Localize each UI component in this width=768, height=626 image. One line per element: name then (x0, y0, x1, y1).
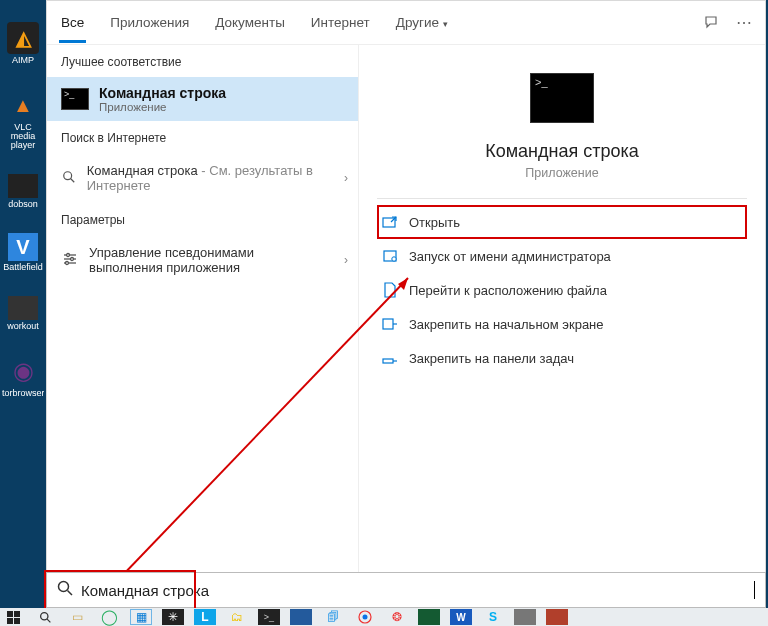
svg-point-18 (59, 582, 69, 592)
taskbar-app[interactable]: ▦ (130, 609, 152, 625)
search-input-text: Командная строка (81, 582, 746, 599)
task-view-button[interactable]: ▭ (66, 609, 88, 625)
best-match-title: Командная строка (99, 85, 226, 101)
file-location-icon (381, 281, 399, 299)
action-pin-start[interactable]: Закрепить на начальном экране (377, 307, 747, 341)
best-match-subtitle: Приложение (99, 101, 226, 113)
svg-line-1 (71, 178, 75, 182)
svg-point-27 (363, 615, 368, 620)
desktop-icon-workout[interactable]: workout (3, 296, 43, 331)
taskbar-app[interactable] (418, 609, 440, 625)
taskbar-app[interactable]: >_ (258, 609, 280, 625)
tab-all[interactable]: Все (59, 3, 86, 42)
cmd-icon (530, 73, 594, 123)
section-best-match: Лучшее соответствие (47, 45, 358, 77)
app-icon: ◉ (7, 355, 39, 387)
svg-rect-21 (14, 611, 20, 617)
svg-point-0 (64, 171, 72, 179)
more-icon[interactable]: ⋯ (735, 14, 753, 32)
search-flyout: Все Приложения Документы Интернет Другие… (46, 0, 766, 580)
taskbar-app[interactable]: W (450, 609, 472, 625)
tab-apps[interactable]: Приложения (108, 3, 191, 42)
svg-point-24 (40, 612, 47, 619)
preview-subtitle: Приложение (525, 166, 598, 180)
desktop-icon-aimp[interactable]: ◭ AIMP (3, 22, 43, 65)
action-open-file-location[interactable]: Перейти к расположению файла (377, 273, 747, 307)
svg-rect-12 (383, 319, 393, 329)
taskbar-search-button[interactable] (34, 609, 56, 625)
action-pin-taskbar[interactable]: Закрепить на панели задач (377, 341, 747, 375)
svg-rect-22 (7, 618, 13, 624)
action-open[interactable]: Открыть (377, 205, 747, 239)
pin-taskbar-icon (381, 349, 399, 367)
svg-point-5 (71, 257, 74, 260)
taskbar: ▭ ◯ ▦ ✳ L 🗂 >_ 🗐 ❂ W S (0, 608, 768, 626)
svg-line-19 (68, 591, 73, 596)
taskbar-app[interactable] (290, 609, 312, 625)
taskbar-app[interactable] (354, 609, 376, 625)
web-result-item[interactable]: Командная строка - См. результаты в Инте… (47, 153, 358, 203)
settings-result-item[interactable]: Управление псевдонимами выполнения прило… (47, 235, 358, 285)
svg-point-7 (66, 261, 69, 264)
pin-start-icon (381, 315, 399, 333)
tab-more[interactable]: Другие ▾ (394, 3, 450, 42)
svg-point-11 (392, 257, 396, 261)
desktop-icon-battlefield[interactable]: V Battlefield (3, 233, 43, 272)
tab-documents[interactable]: Документы (213, 3, 287, 42)
open-icon (381, 213, 399, 231)
search-tabs: Все Приложения Документы Интернет Другие… (47, 1, 765, 45)
best-match-item[interactable]: Командная строка Приложение (47, 77, 358, 121)
chevron-down-icon: ▾ (443, 19, 448, 29)
divider (377, 198, 747, 199)
action-label: Запуск от имени администратора (409, 249, 611, 264)
text-caret (754, 581, 755, 599)
cmd-icon (61, 88, 89, 110)
taskbar-app[interactable]: L (194, 609, 216, 625)
search-icon (61, 170, 77, 187)
taskbar-app[interactable] (546, 609, 568, 625)
app-icon (8, 174, 38, 198)
taskbar-app[interactable]: S (482, 609, 504, 625)
settings-result-label: Управление псевдонимами выполнения прило… (89, 245, 319, 275)
action-label: Закрепить на начальном экране (409, 317, 604, 332)
svg-rect-20 (7, 611, 13, 617)
action-label: Перейти к расположению файла (409, 283, 607, 298)
svg-line-25 (47, 619, 50, 622)
sliders-icon (61, 251, 79, 270)
preview-title: Командная строка (485, 141, 639, 162)
app-icon (8, 296, 38, 320)
section-web: Поиск в Интернете (47, 121, 358, 153)
svg-point-3 (67, 253, 70, 256)
preview-pane: Командная строка Приложение Открыть Запу… (359, 45, 765, 579)
taskbar-app[interactable]: ✳ (162, 609, 184, 625)
taskbar-app[interactable]: 🗂 (226, 609, 248, 625)
app-icon: ▲ (7, 89, 39, 121)
svg-rect-14 (383, 359, 393, 363)
desktop-icon-vlc[interactable]: ▲ VLC media player (3, 89, 43, 150)
app-icon: ◭ (7, 22, 39, 54)
taskbar-app[interactable]: ❂ (386, 609, 408, 625)
search-icon (57, 580, 73, 600)
taskbar-app[interactable]: ◯ (98, 609, 120, 625)
taskbar-app[interactable]: 🗐 (322, 609, 344, 625)
action-label: Закрепить на панели задач (409, 351, 574, 366)
results-pane: Лучшее соответствие Командная строка При… (47, 45, 359, 579)
section-params: Параметры (47, 203, 358, 235)
app-icon: V (8, 233, 38, 261)
feedback-icon[interactable] (703, 14, 721, 32)
tab-internet[interactable]: Интернет (309, 3, 372, 42)
action-label: Открыть (409, 215, 460, 230)
svg-rect-23 (14, 618, 20, 624)
search-box[interactable]: Командная строка (46, 572, 766, 608)
taskbar-app[interactable] (514, 609, 536, 625)
desktop: ◭ AIMP ▲ VLC media player dobson V Battl… (0, 0, 46, 608)
web-result-term: Командная строка (87, 163, 198, 178)
chevron-right-icon: › (344, 253, 348, 267)
start-button[interactable] (2, 609, 24, 625)
action-run-as-admin[interactable]: Запуск от имени администратора (377, 239, 747, 273)
desktop-icon-dobson[interactable]: dobson (3, 174, 43, 209)
chevron-right-icon: › (344, 171, 348, 185)
desktop-icon-torbrowser[interactable]: ◉ torbrowser (3, 355, 43, 398)
admin-icon (381, 247, 399, 265)
